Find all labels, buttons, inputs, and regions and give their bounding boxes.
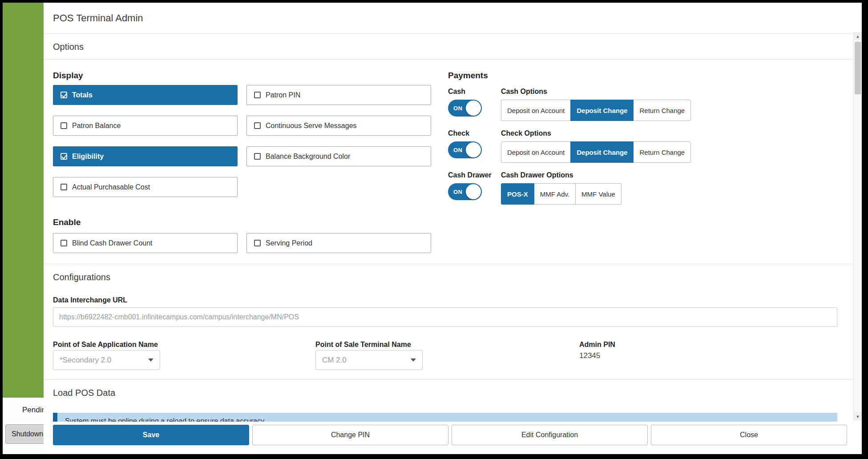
application-name-label: Point of Sale Application Name <box>53 340 315 349</box>
pos-terminal-admin-dialog: POS Terminal Admin Options Display Total… <box>44 3 862 454</box>
display-option-eligibility[interactable]: Eligibility <box>53 146 238 166</box>
shutdown-button[interactable]: Shutdown <box>5 424 48 444</box>
enable-option-serving-period[interactable]: Serving Period <box>246 233 431 253</box>
app-bottom-left-panel: Pending Shutdown <box>3 398 44 454</box>
toggle-state-text: ON <box>453 147 463 153</box>
checkbox-unchecked-icon <box>61 240 67 246</box>
checkbox-label: Blind Cash Drawer Count <box>72 239 153 247</box>
cash-drawer-option-pos-x[interactable]: POS-X <box>501 183 534 205</box>
dropdown-value: CM 2.0 <box>322 356 347 365</box>
toggle-knob-icon <box>466 101 481 116</box>
display-option-balance-background-color[interactable]: Balance Background Color <box>246 146 431 166</box>
checkbox-label: Patron Balance <box>72 122 121 130</box>
dropdown-caret-icon <box>148 358 153 362</box>
checkbox-unchecked-icon <box>254 240 261 246</box>
data-interchange-url-input[interactable] <box>53 307 837 327</box>
checkbox-checked-icon <box>61 92 67 98</box>
terminal-name-label: Point of Sale Terminal Name <box>315 340 579 349</box>
payments-heading: Payments <box>448 70 691 81</box>
cash-option-return-change[interactable]: Return Change <box>633 100 691 121</box>
checkbox-unchecked-icon <box>254 122 261 129</box>
cash-drawer-options-segmented-control: POS-X MMF Adv. MMF Value <box>501 183 622 205</box>
cash-drawer-toggle[interactable]: ON <box>448 183 482 200</box>
application-name-field: Point of Sale Application Name *Secondar… <box>53 340 315 370</box>
dialog-footer: Save Change PIN Edit Configuration Close <box>44 422 862 454</box>
checkbox-label: Totals <box>72 91 93 99</box>
toggle-knob-icon <box>466 184 481 199</box>
load-pos-data-section-header: Load POS Data <box>44 379 862 405</box>
dropdown-value: *Secondary 2.0 <box>60 356 111 365</box>
cash-option-deposit-on-account[interactable]: Deposit on Account <box>501 100 571 121</box>
edit-configuration-button[interactable]: Edit Configuration <box>452 425 648 445</box>
display-heading: Display <box>53 70 431 81</box>
cash-drawer-row: Cash Drawer ON Cash Drawer Options POS-X… <box>448 171 691 205</box>
display-option-actual-purchasable-cost[interactable]: Actual Purchasable Cost <box>53 177 238 197</box>
enable-options-grid: Blind Cash Drawer Count Serving Period <box>53 233 431 253</box>
cash-drawer-toggle-group: Cash Drawer ON <box>448 171 501 205</box>
cash-drawer-options-label: Cash Drawer Options <box>501 171 622 180</box>
display-option-totals[interactable]: Totals <box>53 85 238 105</box>
close-button[interactable]: Close <box>651 425 847 445</box>
save-button[interactable]: Save <box>53 425 249 445</box>
checkbox-unchecked-icon <box>61 122 67 129</box>
checkbox-label: Balance Background Color <box>266 153 350 161</box>
dialog-title: POS Terminal Admin <box>44 3 862 34</box>
checkbox-unchecked-icon <box>254 153 261 160</box>
scroll-down-arrow-icon[interactable]: ▼ <box>854 412 862 421</box>
terminal-name-dropdown[interactable]: CM 2.0 <box>315 350 423 370</box>
dropdown-caret-icon <box>411 358 416 362</box>
cash-drawer-option-mmf-value[interactable]: MMF Value <box>575 183 622 205</box>
checkbox-label: Continuous Serve Messages <box>266 122 357 130</box>
app-window: Pending Shutdown POS Terminal Admin Opti… <box>3 3 862 454</box>
toggle-knob-icon <box>466 142 481 157</box>
checkbox-label: Actual Purchasable Cost <box>72 183 150 191</box>
checkbox-label: Serving Period <box>266 239 312 247</box>
check-options-segmented-control: Deposit on Account Deposit Change Return… <box>501 141 691 163</box>
terminal-name-field: Point of Sale Terminal Name CM 2.0 <box>315 340 579 370</box>
cash-options-label: Cash Options <box>501 87 691 96</box>
checkbox-unchecked-icon <box>254 92 261 98</box>
change-pin-button[interactable]: Change PIN <box>252 425 448 445</box>
check-toggle-label: Check <box>448 129 501 138</box>
screenshot-root: Pending Shutdown POS Terminal Admin Opti… <box>0 0 868 459</box>
enable-option-blind-cash-drawer-count[interactable]: Blind Cash Drawer Count <box>53 233 238 253</box>
checkbox-label: Eligibility <box>72 153 104 161</box>
payments-column: Payments Cash ON Cash Options <box>448 70 691 253</box>
display-option-continuous-serve-messages[interactable]: Continuous Serve Messages <box>246 116 431 136</box>
check-options-label: Check Options <box>501 129 691 138</box>
admin-pin-value: 12345 <box>579 351 837 360</box>
app-background-strip <box>3 3 44 454</box>
check-toggle[interactable]: ON <box>448 141 482 158</box>
cash-option-deposit-change[interactable]: Deposit Change <box>570 100 634 121</box>
data-interchange-url-label: Data Interchange URL <box>53 296 837 305</box>
check-option-return-change[interactable]: Return Change <box>633 141 691 163</box>
enable-heading: Enable <box>53 217 431 227</box>
display-options-grid: Totals Patron PIN Patron Balance Co <box>53 85 431 197</box>
checkbox-label: Patron PIN <box>266 91 300 99</box>
check-options-group: Check Options Deposit on Account Deposit… <box>501 129 691 163</box>
checkbox-checked-icon <box>61 153 67 160</box>
check-option-deposit-on-account[interactable]: Deposit on Account <box>501 141 571 163</box>
options-section-body: Display Totals Patron PIN Patron Bala <box>44 60 862 264</box>
scrollbar-thumb[interactable] <box>855 42 861 94</box>
application-name-dropdown[interactable]: *Secondary 2.0 <box>53 350 160 370</box>
admin-pin-label: Admin PIN <box>579 340 837 349</box>
display-option-patron-pin[interactable]: Patron PIN <box>246 85 431 105</box>
cash-payment-row: Cash ON Cash Options Deposit on Account … <box>448 87 691 121</box>
scroll-up-arrow-icon[interactable]: ▲ <box>854 32 862 40</box>
cash-toggle[interactable]: ON <box>448 100 482 117</box>
toggle-state-text: ON <box>453 105 463 112</box>
cash-toggle-label: Cash <box>448 87 501 96</box>
check-option-deposit-change[interactable]: Deposit Change <box>570 141 634 163</box>
configurations-section-body: Data Interchange URL Point of Sale Appli… <box>44 290 862 379</box>
configurations-section-header: Configurations <box>44 264 862 290</box>
display-option-patron-balance[interactable]: Patron Balance <box>53 116 238 136</box>
cash-drawer-option-mmf-adv[interactable]: MMF Adv. <box>534 183 576 205</box>
dialog-scrollbar[interactable]: ▲ ▼ <box>853 32 862 421</box>
cash-drawer-toggle-label: Cash Drawer <box>448 171 501 180</box>
cash-drawer-options-group: Cash Drawer Options POS-X MMF Adv. MMF V… <box>501 171 622 205</box>
cash-options-group: Cash Options Deposit on Account Deposit … <box>501 87 691 121</box>
checkbox-unchecked-icon <box>61 184 67 190</box>
toggle-state-text: ON <box>453 189 463 195</box>
cash-options-segmented-control: Deposit on Account Deposit Change Return… <box>501 100 691 121</box>
